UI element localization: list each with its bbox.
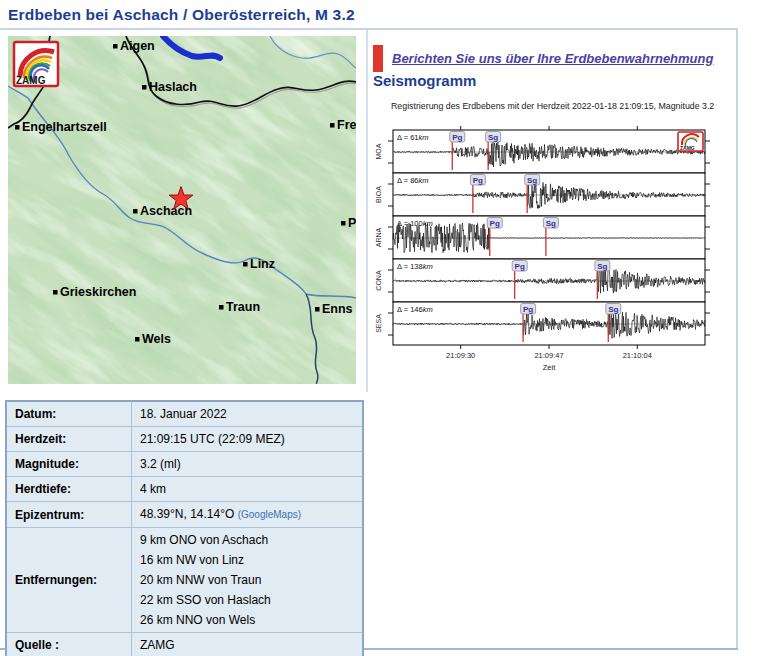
phase-label: Sg — [488, 133, 498, 142]
x-tick-label: 21:09:30 — [446, 351, 475, 360]
svg-text:ZAMG: ZAMG — [680, 145, 695, 151]
phase-label: Pg — [452, 133, 462, 142]
value-line: ZAMG — [140, 635, 354, 655]
value-line: 18. Januar 2022 — [140, 404, 354, 424]
value-line: 22 km SSO von Haslach — [140, 590, 354, 610]
city-label: Engelhartszell — [22, 120, 107, 134]
zamg-logo: ZAMG — [14, 42, 58, 86]
row-value: 9 km ONO von Aschach16 km NW von Linz20 … — [132, 528, 364, 633]
table-row: Herdtiefe:4 km — [6, 477, 363, 502]
page-title: Erdbeben bei Aschach / Oberösterreich, M… — [8, 6, 355, 24]
row-label: Magnitude: — [6, 452, 132, 477]
city-label: Fre — [337, 118, 356, 132]
station-code: ARNA — [375, 227, 382, 247]
phase-label: Pg — [473, 176, 483, 185]
city-label: Traun — [226, 300, 260, 314]
seismogram-figure: PgSgΔ = 61kmMOAPgSgΔ = 86kmBIOAPgSgΔ = 1… — [368, 122, 718, 374]
row-label: Herdtiefe: — [6, 477, 132, 502]
city-label: Wels — [142, 332, 171, 346]
city-label: Linz — [250, 257, 275, 271]
map-svg: AigenHaslachEngelhartszellFreAschachPLin… — [8, 36, 356, 384]
row-value: 21:09:15 UTC (22:09 MEZ) — [132, 427, 364, 452]
epicenter-map: AigenHaslachEngelhartszellFreAschachPLin… — [8, 36, 356, 384]
report-link[interactable]: Berichten Sie uns über Ihre Erdbebenwahr… — [392, 51, 713, 66]
distance-label: Δ = 61km — [397, 133, 429, 142]
phase-label: Sg — [546, 219, 556, 228]
phase-label: Pg — [515, 262, 525, 271]
distance-label: Δ = 146km — [397, 305, 433, 314]
report-row: Berichten Sie uns über Ihre Erdbebenwahr… — [373, 44, 713, 72]
row-value: 18. Januar 2022 — [132, 401, 364, 427]
value-line: 16 km NW von Linz — [140, 550, 354, 570]
row-value: ZAMG — [132, 633, 364, 656]
city-marker — [243, 262, 248, 267]
value-line: 48.39°N, 14.14°O (GoogleMaps) — [140, 504, 354, 525]
alert-marker-icon — [373, 45, 383, 72]
row-label: Datum: — [6, 401, 132, 427]
phase-label: Sg — [597, 262, 607, 271]
city-marker — [219, 305, 224, 310]
value-line: 4 km — [140, 479, 354, 499]
value-line: 3.2 (ml) — [140, 454, 354, 474]
phase-label: Sg — [527, 176, 537, 185]
row-label: Herdzeit: — [6, 427, 132, 452]
phase-label: Pg — [490, 219, 500, 228]
value-line: 9 km ONO von Aschach — [140, 530, 354, 550]
row-label: Quelle : — [6, 633, 132, 656]
distance-label: Δ = 100km — [397, 219, 433, 228]
city-label: Enns — [322, 302, 353, 316]
googlemaps-link[interactable]: (GoogleMaps) — [238, 509, 301, 520]
value-line: 20 km NNW von Traun — [140, 570, 354, 590]
phase-label: Pg — [523, 305, 533, 314]
table-row: Magnitude:3.2 (ml) — [6, 452, 363, 477]
table-row: Entfernungen:9 km ONO von Aschach16 km N… — [6, 528, 363, 633]
table-row: Herdzeit:21:09:15 UTC (22:09 MEZ) — [6, 427, 363, 452]
zamg-logo-text: ZAMG — [16, 75, 46, 86]
city-label: Haslach — [149, 80, 197, 94]
city-marker — [133, 209, 138, 214]
x-tick-label: 21:10:04 — [623, 351, 652, 360]
table-row: Quelle :ZAMG — [6, 633, 363, 656]
city-marker — [53, 290, 58, 295]
distance-label: Δ = 138km — [397, 262, 433, 271]
station-code: MOA — [375, 143, 382, 159]
value-line: 21:09:15 UTC (22:09 MEZ) — [140, 429, 354, 449]
city-label: P — [348, 216, 356, 230]
title-separator — [0, 28, 738, 30]
seismogram-caption: Registrierung des Erdbebens mit der Herd… — [391, 101, 714, 111]
station-code: CONA — [375, 270, 382, 291]
row-value: 3.2 (ml) — [132, 452, 364, 477]
city-marker — [113, 44, 118, 49]
city-label: Aigen — [120, 39, 155, 53]
row-label: Epizentrum: — [6, 502, 132, 528]
row-value: 4 km — [132, 477, 364, 502]
distance-label: Δ = 86km — [397, 176, 429, 185]
city-marker — [330, 123, 335, 128]
zamg-mini-logo: ZAMG — [678, 132, 703, 151]
table-row: Epizentrum:48.39°N, 14.14°O (GoogleMaps) — [6, 502, 363, 528]
station-code: BIOA — [375, 186, 382, 203]
city-marker — [341, 221, 346, 226]
city-marker — [315, 307, 320, 312]
phase-label: Sg — [608, 305, 618, 314]
value-line: 26 km NNO von Wels — [140, 610, 354, 630]
content-right-border — [736, 28, 738, 650]
x-tick-label: 21:09:47 — [534, 351, 563, 360]
city-marker — [135, 337, 140, 342]
row-value: 48.39°N, 14.14°O (GoogleMaps) — [132, 502, 364, 528]
seismogram-heading: Seismogramm — [373, 72, 476, 89]
station-code: SESA — [375, 314, 382, 333]
row-label: Entfernungen: — [6, 528, 132, 633]
city-label: Grieskirchen — [60, 285, 136, 299]
city-marker — [15, 125, 20, 130]
city-marker — [142, 85, 147, 90]
table-row: Datum:18. Januar 2022 — [6, 401, 363, 427]
x-axis-label: Zeit — [543, 363, 556, 372]
event-details-table: Datum:18. Januar 2022Herdzeit:21:09:15 U… — [5, 400, 364, 656]
